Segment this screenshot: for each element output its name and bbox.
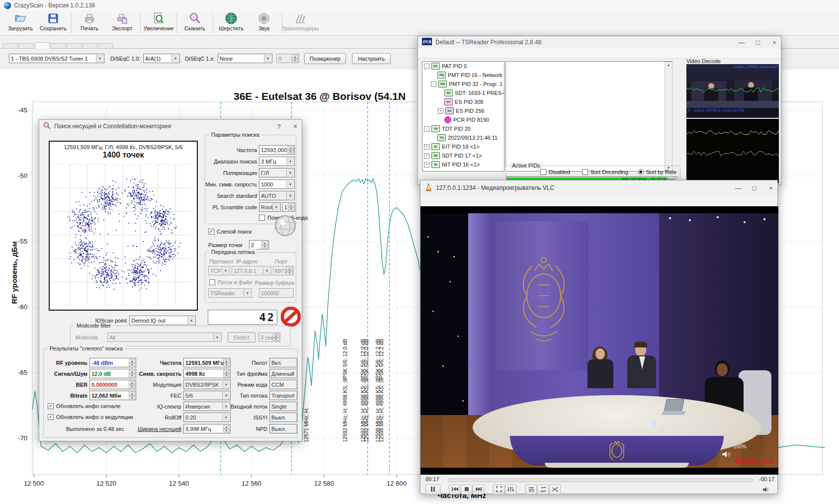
radio[interactable]	[638, 169, 644, 175]
help-button[interactable]: ?	[272, 120, 285, 132]
tab[interactable]	[51, 43, 66, 48]
tree-item[interactable]: PM PMT PID 16 - Network	[422, 71, 504, 80]
checkbox[interactable]	[582, 169, 588, 175]
reader-select[interactable]: TSReader▼	[208, 288, 252, 298]
toolbar-button[interactable]: Транспондеры	[284, 12, 317, 35]
previous-button[interactable]	[449, 485, 460, 495]
tab[interactable]	[35, 42, 50, 49]
dot-size-stepper[interactable]: 2▲▼	[249, 240, 269, 250]
minimize-icon[interactable]: —	[735, 36, 748, 48]
expand-toggle[interactable]	[438, 91, 442, 95]
minsym-select[interactable]: 1000▼	[259, 179, 295, 189]
update-modulation-row[interactable]: Обновлять инфо о модуляции	[48, 414, 133, 420]
stepper-arrows[interactable]: ▲▼	[292, 55, 298, 62]
menu-item[interactable]	[439, 52, 448, 54]
pls-value-stepper[interactable]: 1▲▼	[282, 202, 295, 212]
expand-toggle[interactable]	[431, 136, 435, 140]
menu-item[interactable]	[455, 200, 463, 202]
next-button[interactable]	[473, 485, 484, 495]
maximize-icon[interactable]: □	[752, 36, 764, 48]
pls-mode-select[interactable]: Root▼	[259, 202, 281, 212]
tab[interactable]	[98, 43, 113, 48]
toolbar-button[interactable]: Звук	[248, 12, 280, 35]
expand-toggle[interactable]: +	[438, 108, 443, 114]
pid-tree[interactable]: - PA PAT PID 0 PM PMT PID 16 - Network -…	[422, 61, 504, 171]
expand-toggle[interactable]: -	[431, 82, 436, 87]
toolbar-button[interactable]: Сохранить	[37, 12, 70, 35]
extended-settings-button[interactable]	[505, 485, 516, 495]
menu-item[interactable]	[431, 200, 439, 202]
port-stepper[interactable]: 6971▲▼	[273, 266, 294, 275]
menu-item[interactable]	[484, 52, 493, 54]
iqscan-select[interactable]: Demod IQ out▼	[129, 316, 196, 325]
menu-item[interactable]	[439, 200, 447, 202]
tree-item[interactable]: SD SDT: 1693-1 PRES-CAN-GATE	[422, 88, 504, 97]
info-scrollbar[interactable]: ▲▼	[665, 62, 672, 171]
checkbox[interactable]	[209, 279, 215, 285]
tree-item[interactable]: TD 2022/09/13 21:46:11	[422, 133, 504, 142]
blind-search-checkbox[interactable]	[208, 229, 214, 235]
stop-icon[interactable]	[281, 307, 301, 328]
setup-button[interactable]: Настроить	[352, 53, 391, 64]
menu-item[interactable]	[447, 200, 455, 202]
expand-toggle[interactable]: -	[424, 126, 429, 132]
snr-stepper[interactable]: 12,0 dB▲▼	[89, 369, 136, 378]
modcode-select[interactable]: All▼	[107, 333, 222, 342]
polarization-select[interactable]: Г/Л▼	[259, 168, 295, 177]
buffer-field[interactable]: 100000	[259, 288, 294, 298]
diseqc1x-select[interactable]: None▼	[218, 54, 272, 63]
expand-toggle[interactable]: +	[424, 153, 429, 159]
menu-item[interactable]	[466, 52, 475, 54]
toolbar-button[interactable]: Сканить	[178, 12, 211, 35]
close-icon[interactable]: ×	[764, 182, 777, 194]
update-signal-row[interactable]: Обновлять инфо сигнале	[48, 403, 121, 410]
menu-item[interactable]	[493, 52, 502, 54]
tuner-select[interactable]: 1 - TBS 6908 DVBS/S2 Tuner 1▼	[9, 54, 104, 63]
menu-item[interactable]	[421, 52, 430, 54]
tree-item[interactable]: - TD TDT PID 20	[422, 124, 504, 133]
menu-item[interactable]	[463, 200, 471, 202]
checkbox[interactable]	[540, 169, 546, 175]
tree-item[interactable]: + EI EIT PID 18 <1>	[422, 142, 504, 151]
playlist-button[interactable]	[525, 485, 537, 495]
tree-item[interactable]: - PM PMT PID 32 - Progr. 1	[422, 80, 504, 88]
search-standard-select[interactable]: AUTO▼	[259, 191, 295, 200]
menu-item[interactable]	[448, 52, 457, 54]
bitrate-stepper[interactable]: 12,062 Мби▲▼	[89, 391, 136, 400]
vlc-titlebar[interactable]: 127.0.0.1:1234 - Медиапроигрыватель VLC …	[420, 180, 777, 195]
position-stepper[interactable]: 0▲▼	[276, 54, 299, 63]
tab[interactable]	[3, 43, 18, 48]
volume-icon[interactable]	[762, 487, 769, 494]
detect-period-stepper[interactable]: 3 сек▲▼	[258, 333, 280, 342]
expand-toggle[interactable]: +	[424, 162, 429, 168]
checkbox[interactable]	[48, 403, 54, 409]
menu-item[interactable]	[475, 52, 484, 54]
positioner-button[interactable]: Позиционер	[304, 53, 346, 64]
stream-to-file-row[interactable]: Поток в файл	[209, 279, 252, 286]
fullscreen-button[interactable]	[493, 485, 504, 495]
loop-button[interactable]	[537, 485, 549, 495]
stop-button[interactable]	[461, 485, 472, 495]
tab[interactable]	[83, 43, 97, 48]
tree-item[interactable]: + NI NIT PID 16 <1>	[422, 160, 504, 169]
tree-item[interactable]: ES ES PID 308	[422, 97, 504, 106]
diseqc10-select[interactable]: A/A(1)▼	[143, 54, 180, 63]
seek-slider[interactable]	[448, 478, 753, 482]
expand-toggle[interactable]: -	[424, 64, 429, 69]
menu-item[interactable]	[471, 200, 479, 202]
scroll-up-icon[interactable]: ▲	[667, 62, 671, 68]
tab[interactable]	[19, 43, 34, 48]
ber-stepper[interactable]: 0,0000000▲▼	[89, 380, 136, 389]
checkbox[interactable]	[48, 414, 54, 420]
freq-stepper[interactable]: 12592,000 МГц▲▼	[259, 145, 295, 155]
toolbar-button[interactable]: Загрузить	[4, 12, 37, 35]
tree-item[interactable]: - PA PAT PID 0	[422, 62, 504, 71]
search-dialog-titlebar[interactable]: Поиск несущей и Constellation-мониторинг…	[39, 120, 302, 133]
toolbar-button[interactable]: Увеличение	[142, 12, 175, 35]
menu-item[interactable]	[479, 200, 487, 202]
rf-stepper[interactable]: -48 dBm▲▼	[89, 358, 136, 367]
ip-select[interactable]: 127.0.0.1▼	[232, 266, 271, 275]
expand-toggle[interactable]	[438, 118, 442, 122]
range-select[interactable]: 3 МГц▼	[259, 157, 295, 166]
tree-item[interactable]: + ES ES PID 256	[422, 106, 504, 115]
